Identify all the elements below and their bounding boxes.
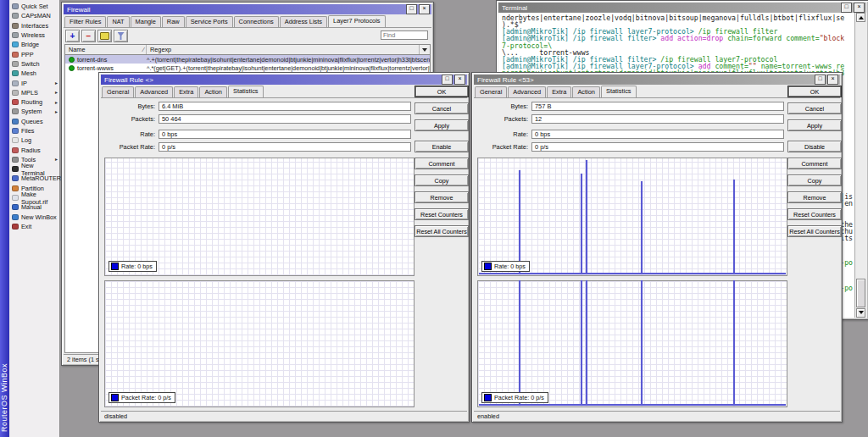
sidebar-item-wireless[interactable]: Wireless [9, 30, 59, 40]
tab-general[interactable]: General [102, 86, 134, 97]
reset-all-counters-button[interactable]: Reset All Counters [787, 225, 842, 237]
radius-icon [12, 147, 19, 153]
sidebar-item-new-winbox[interactable]: New WinBox [9, 213, 59, 222]
tab-raw[interactable]: Raw [162, 16, 185, 27]
legend-label: Rate: 0 bps [121, 263, 153, 270]
reset-all-counters-button[interactable]: Reset All Counters [415, 225, 469, 237]
zero-baseline [479, 404, 786, 406]
tab-statistics[interactable]: Statistics [601, 86, 637, 97]
terminal-titlebar[interactable]: Terminal □ × [498, 3, 866, 13]
stat-field: Packet Rate:0 p/s [103, 141, 411, 152]
tab-address-lists[interactable]: Address Lists [280, 16, 327, 27]
close-icon[interactable]: × [419, 4, 430, 14]
sidebar-item-label: Queues [21, 118, 43, 125]
firewall-titlebar[interactable]: Firewall □ × [64, 4, 431, 14]
apply-button[interactable]: Apply [787, 119, 842, 131]
sidebar-item-make-supout-rif[interactable]: Make Supout.rif [9, 193, 59, 202]
comment-button[interactable] [97, 30, 112, 42]
sidebar-item-quick-set[interactable]: Quick Set [9, 2, 59, 11]
sidebar-item-mpls[interactable]: MPLS▸ [9, 88, 59, 97]
tab-general[interactable]: General [475, 86, 507, 97]
enable-button[interactable]: Enable [415, 141, 469, 152]
remove-button[interactable]: − [81, 30, 96, 42]
scroll-down-icon[interactable] [856, 308, 865, 318]
sidebar-item-capsman[interactable]: CAPsMAN [9, 11, 59, 20]
add-button[interactable]: + [65, 30, 80, 42]
terminal-scrollbar[interactable] [854, 13, 866, 318]
comment-button[interactable]: Comment [787, 158, 842, 169]
find-input[interactable] [381, 30, 428, 40]
protocol-regexp: ^.+(torrent|thepiratebay|isohunt|enterta… [147, 56, 430, 64]
column-menu-button[interactable] [419, 45, 430, 54]
cancel-button[interactable]: Cancel [415, 102, 469, 114]
tab-extra[interactable]: Extra [547, 86, 571, 97]
maximize-icon[interactable]: □ [406, 4, 417, 14]
tabs-divider [64, 27, 431, 28]
sidebar-item-switch[interactable]: Switch [9, 59, 59, 69]
tab-nat[interactable]: NAT [107, 16, 129, 27]
tab-layer7-protocols[interactable]: Layer7 Protocols [328, 15, 385, 27]
tab-extra[interactable]: Extra [174, 86, 198, 97]
reset-counters-button[interactable]: Reset Counters [415, 208, 469, 220]
traffic-spike [586, 160, 587, 274]
table-row[interactable]: torrent-dns^.+(torrent|thepiratebay|isoh… [65, 55, 430, 64]
column-regexp[interactable]: Regexp [147, 45, 419, 54]
remove-button[interactable]: Remove [787, 191, 842, 203]
copy-button[interactable]: Copy [787, 174, 842, 186]
tab-filter-rules[interactable]: Filter Rules [64, 16, 106, 27]
comment-button[interactable]: Comment [415, 158, 469, 169]
sidebar-item-ppp[interactable]: PPP [9, 49, 59, 58]
ok-button[interactable]: OK [787, 86, 842, 97]
close-icon[interactable]: × [854, 3, 865, 13]
sidebar-item-log[interactable]: Log [9, 136, 59, 145]
table-row[interactable]: torrent-wwws^.*(get|GET).+(torrent|thepi… [65, 64, 430, 72]
sidebar-item-interfaces[interactable]: Interfaces [9, 21, 59, 30]
ip-icon [12, 80, 19, 86]
window-title: Firewall [67, 6, 91, 14]
traffic-spike [586, 280, 587, 406]
tab-service-ports[interactable]: Service Ports [186, 16, 233, 27]
sidebar-item-routing[interactable]: Routing▸ [9, 97, 59, 107]
sidebar-item-metarouter[interactable]: MetaROUTER [9, 174, 59, 183]
sidebar-item-ip[interactable]: IP▸ [9, 78, 59, 87]
sidebar-item-label: Wireless [21, 31, 45, 39]
sidebar-item-files[interactable]: Files [9, 126, 59, 136]
tab-statistics[interactable]: Statistics [228, 86, 264, 97]
rule-titlebar[interactable]: Firewall Rule <53>□× [474, 75, 840, 85]
field-value: 50 464 [159, 114, 411, 124]
tab-action[interactable]: Action [199, 86, 227, 97]
column-name[interactable]: Name ⁄ [65, 45, 147, 54]
remove-button[interactable]: Remove [415, 191, 469, 203]
disable-button[interactable]: Disable [787, 141, 842, 152]
tab-advanced[interactable]: Advanced [135, 86, 173, 97]
tab-mangle[interactable]: Mangle [131, 16, 161, 27]
terminal-line: nderbytes|entertane|zoozle|vodq|bitnova|… [502, 14, 853, 21]
mpls-icon [12, 90, 19, 96]
ok-button[interactable]: OK [415, 86, 469, 97]
filter-button[interactable] [114, 30, 128, 42]
apply-button[interactable]: Apply [415, 119, 469, 131]
sidebar-item-label: PPP [21, 51, 34, 58]
files-icon [12, 128, 19, 134]
sidebar-item-mesh[interactable]: Mesh [9, 69, 59, 78]
tab-connections[interactable]: Connections [234, 16, 279, 27]
maximize-icon[interactable]: □ [841, 3, 852, 13]
sidebar-item-queues[interactable]: Queues [9, 117, 59, 126]
scroll-up-icon[interactable] [856, 13, 865, 22]
manual-icon [12, 204, 19, 210]
reset-counters-button[interactable]: Reset Counters [787, 208, 842, 220]
log-icon [12, 137, 19, 143]
sidebar-item-system[interactable]: System▸ [9, 107, 59, 116]
funnel-icon [118, 32, 125, 40]
tab-advanced[interactable]: Advanced [508, 86, 546, 97]
sidebar-item-bridge[interactable]: Bridge [9, 40, 59, 49]
scrollbar-thumb[interactable] [856, 279, 865, 307]
sidebar-item-radius[interactable]: Radius [9, 145, 59, 154]
tab-action[interactable]: Action [572, 86, 600, 97]
sidebar-item-new-terminal[interactable]: New Terminal [9, 164, 59, 174]
graph-legend: Rate: 0 bps [108, 261, 157, 272]
copy-button[interactable]: Copy [415, 174, 469, 186]
cancel-button[interactable]: Cancel [787, 102, 842, 114]
sidebar-item-exit[interactable]: Exit [9, 222, 59, 231]
rule-titlebar[interactable]: Firewall Rule <>□× [101, 75, 467, 85]
